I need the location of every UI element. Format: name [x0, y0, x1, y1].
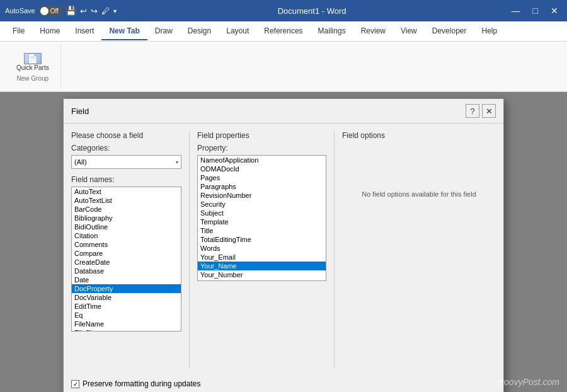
- list-item[interactable]: DocVariable: [72, 293, 181, 302]
- save-icon[interactable]: 💾: [66, 6, 76, 16]
- title-bar-right: — □ ✕: [508, 4, 562, 17]
- tab-mailings[interactable]: Mailings: [311, 23, 353, 40]
- categories-select-row: (All) ▾: [71, 155, 181, 169]
- dropdown-icon[interactable]: ▾: [113, 8, 117, 14]
- list-item[interactable]: Your_Title: [198, 279, 326, 281]
- list-item[interactable]: BarCode: [72, 205, 181, 214]
- main-area: Field ? ✕ Please choose a field Categori…: [0, 92, 567, 392]
- autosave-knob: [40, 7, 49, 15]
- ribbon-content: 📄 Quick Parts New Group: [0, 42, 567, 92]
- left-divider: [189, 131, 190, 368]
- ribbon-tabs: File Home Insert New Tab Draw Design Lay…: [0, 21, 567, 42]
- list-item[interactable]: AutoTextList: [72, 196, 181, 205]
- customize-icon[interactable]: 🖊: [101, 6, 110, 16]
- dialog-title-bar: Field ? ✕: [64, 99, 503, 124]
- autosave-state: Off: [50, 8, 59, 14]
- dialog-help-button[interactable]: ?: [466, 104, 479, 118]
- preserve-formatting-area: ✓ Preserve formatting during updates: [64, 376, 503, 392]
- tab-file[interactable]: File: [5, 23, 32, 40]
- tab-review[interactable]: Review: [353, 23, 393, 40]
- title-bar: AutoSave Off 💾 ↩ ↪ 🖊 ▾ Document1 - Word …: [0, 0, 567, 21]
- tab-view[interactable]: View: [393, 23, 425, 40]
- list-item[interactable]: Words: [198, 244, 326, 253]
- field-options-label: Field options: [342, 131, 496, 140]
- list-item[interactable]: NameofApplication: [198, 156, 326, 164]
- preserve-formatting-checkbox[interactable]: ✓: [71, 380, 79, 388]
- tab-home[interactable]: Home: [32, 23, 67, 40]
- middle-divider: [334, 131, 335, 368]
- minimize-button[interactable]: —: [508, 4, 524, 17]
- undo-icon[interactable]: ↩: [80, 6, 87, 16]
- choose-field-label: Please choose a field: [71, 131, 181, 140]
- categories-label: Categories:: [71, 144, 181, 153]
- quick-parts-button[interactable]: 📄 Quick Parts: [13, 52, 53, 72]
- list-item[interactable]: Comments: [72, 240, 181, 249]
- list-item[interactable]: TotalEditingTime: [198, 235, 326, 244]
- field-names-list[interactable]: AutoText AutoTextList BarCode Bibliograp…: [71, 187, 181, 331]
- tab-references[interactable]: References: [256, 23, 310, 40]
- list-item[interactable]: Your_Email: [198, 253, 326, 262]
- watermark: groovyPost.com: [496, 377, 559, 387]
- quick-parts-icon: 📄: [24, 53, 42, 64]
- list-item[interactable]: Database: [72, 267, 181, 275]
- field-chooser-panel: Please choose a field Categories: (All) …: [71, 131, 181, 368]
- categories-dropdown-arrow: ▾: [176, 159, 178, 165]
- new-group-label: New Group: [17, 75, 49, 82]
- redo-icon[interactable]: ↪: [91, 6, 98, 16]
- dialog-body: Please choose a field Categories: (All) …: [64, 124, 503, 376]
- dialog-overlay: Field ? ✕ Please choose a field Categori…: [0, 92, 567, 392]
- autosave-toggle[interactable]: Off: [39, 6, 62, 16]
- title-bar-left: AutoSave Off 💾 ↩ ↪ 🖊 ▾: [5, 6, 117, 16]
- list-item[interactable]: Title: [198, 226, 326, 235]
- preserve-formatting-row: ✓ Preserve formatting during updates: [71, 379, 496, 388]
- list-item[interactable]: CreateDate: [72, 258, 181, 267]
- categories-value: (All): [74, 158, 87, 166]
- tab-newtab[interactable]: New Tab: [101, 23, 147, 40]
- list-item[interactable]: BidiOutline: [72, 222, 181, 231]
- list-item[interactable]: Subject: [198, 209, 326, 217]
- list-item[interactable]: FileSize: [72, 328, 181, 331]
- tab-layout[interactable]: Layout: [219, 23, 256, 40]
- list-item[interactable]: ODMADocId: [198, 164, 326, 173]
- list-item[interactable]: Date: [72, 275, 181, 284]
- tab-draw[interactable]: Draw: [147, 23, 180, 40]
- field-properties-panel: Field properties Property: NameofApplica…: [197, 131, 326, 368]
- list-item-docproperty[interactable]: DocProperty: [72, 284, 181, 293]
- document-title: Document1 - Word: [278, 6, 346, 16]
- autosave-label: AutoSave: [5, 7, 35, 14]
- list-item-yourname[interactable]: Your_Name: [198, 262, 326, 270]
- property-list[interactable]: NameofApplication ODMADocId Pages Paragr…: [197, 155, 326, 281]
- field-dialog: Field ? ✕ Please choose a field Categori…: [63, 98, 504, 392]
- field-properties-label: Field properties: [197, 131, 326, 140]
- window-close-button[interactable]: ✕: [547, 4, 562, 17]
- property-label: Property:: [197, 144, 326, 153]
- list-item[interactable]: Paragraphs: [198, 182, 326, 191]
- quick-parts-icon-visual: 📄: [24, 53, 42, 64]
- list-item[interactable]: Bibliography: [72, 214, 181, 222]
- preserve-formatting-label: Preserve formatting during updates: [83, 379, 200, 388]
- tab-developer[interactable]: Developer: [425, 23, 474, 40]
- list-item[interactable]: AutoText: [72, 187, 181, 196]
- list-item[interactable]: FileName: [72, 320, 181, 328]
- tab-insert[interactable]: Insert: [67, 23, 101, 40]
- list-item[interactable]: RevisionNumber: [198, 191, 326, 200]
- list-item[interactable]: Pages: [198, 173, 326, 182]
- field-options-panel: Field options No field options available…: [342, 131, 496, 368]
- list-item[interactable]: Citation: [72, 231, 181, 240]
- tab-help[interactable]: Help: [474, 23, 505, 40]
- dialog-controls: ? ✕: [466, 104, 496, 118]
- list-item[interactable]: Compare: [72, 249, 181, 258]
- maximize-button[interactable]: □: [529, 4, 542, 17]
- list-item[interactable]: Eq: [72, 311, 181, 320]
- quick-parts-group: 📄 Quick Parts New Group: [5, 44, 61, 89]
- dialog-title: Field: [71, 107, 89, 116]
- tab-design[interactable]: Design: [180, 23, 219, 40]
- list-item[interactable]: EditTime: [72, 302, 181, 311]
- list-item[interactable]: Your_Number: [198, 270, 326, 279]
- quick-parts-label: Quick Parts: [16, 64, 49, 71]
- list-item[interactable]: Security: [198, 200, 326, 209]
- dialog-close-button[interactable]: ✕: [482, 104, 496, 118]
- categories-combobox[interactable]: (All) ▾: [71, 155, 181, 169]
- document-area: Field ? ✕ Please choose a field Categori…: [0, 92, 567, 392]
- list-item[interactable]: Template: [198, 217, 326, 226]
